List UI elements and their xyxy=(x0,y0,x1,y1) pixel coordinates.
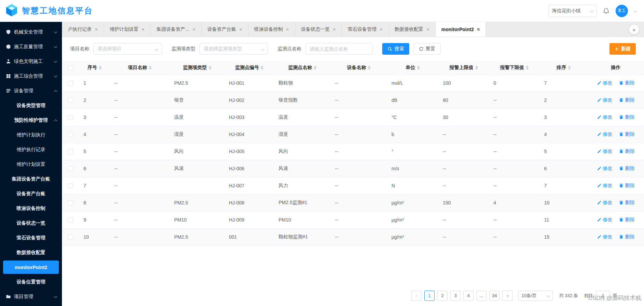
row-checkbox[interactable] xyxy=(68,183,73,188)
tab-集团设备资产...[interactable]: 集团设备资产... × xyxy=(151,22,202,37)
edit-link[interactable]: 修改 xyxy=(597,165,613,172)
jump-page-input[interactable] xyxy=(596,291,610,301)
sidebar-item-设备位置管理[interactable]: 设备位置管理 xyxy=(0,275,62,289)
user-menu-chevron-icon[interactable] xyxy=(634,9,637,13)
sidebar-item-维护计划执行[interactable]: 维护计划执行 xyxy=(0,128,62,142)
tab-close-icon[interactable]: × xyxy=(379,27,383,32)
edit-link[interactable]: 修改 xyxy=(597,148,613,155)
page-button-34[interactable]: 34 xyxy=(489,291,500,301)
tab-设备状态一览[interactable]: 设备状态一览 × xyxy=(295,22,342,37)
row-checkbox[interactable] xyxy=(68,235,73,240)
sort-icon[interactable] xyxy=(314,66,317,70)
row-checkbox[interactable] xyxy=(68,115,73,120)
sidebar-item-mechanical-safety[interactable]: 机械安全管理 xyxy=(0,25,62,39)
sidebar-item-设备类型管理[interactable]: 设备类型管理 xyxy=(0,98,62,113)
sidebar-item-维护计划设置[interactable]: 维护计划设置 xyxy=(0,157,62,172)
tab-close-icon[interactable]: × xyxy=(142,27,145,32)
tab-户执行记录[interactable]: 户执行记录 × xyxy=(62,22,104,37)
type-filter-select[interactable]: 请选择监测项类型 xyxy=(199,43,268,55)
sidebar-item-设备资产台账[interactable]: 设备资产台账 xyxy=(0,186,62,201)
sidebar-item-construction-comprehensive[interactable]: 施工综合管理 xyxy=(0,69,62,83)
delete-link[interactable]: 删除 xyxy=(619,200,634,206)
page-button-2[interactable]: 2 xyxy=(437,291,448,301)
tab-维护计划设置[interactable]: 维护计划设置 × xyxy=(104,22,151,37)
avatar[interactable]: 李工 xyxy=(616,5,628,17)
create-button[interactable]: 新建 xyxy=(609,43,636,55)
tab-close-icon[interactable]: × xyxy=(239,27,242,32)
page-size-select[interactable]: 10条/页 xyxy=(518,291,553,301)
page-button-3[interactable]: 3 xyxy=(450,291,461,301)
cell-seq: 5 xyxy=(79,143,110,160)
reset-button[interactable]: 重置 xyxy=(413,43,441,55)
sort-icon[interactable] xyxy=(526,66,529,70)
sort-icon[interactable] xyxy=(99,66,102,70)
row-checkbox[interactable] xyxy=(68,217,73,223)
delete-link[interactable]: 删除 xyxy=(619,183,634,189)
tab-close-icon[interactable]: × xyxy=(192,27,195,32)
header-project-select[interactable]: 海信花街小镇 xyxy=(548,5,597,17)
delete-link[interactable]: 删除 xyxy=(619,148,634,155)
sort-icon[interactable] xyxy=(568,66,571,70)
sidebar-item-萤石设备管理[interactable]: 萤石设备管理 xyxy=(0,230,62,245)
row-checkbox[interactable] xyxy=(68,149,73,154)
edit-link[interactable]: 修改 xyxy=(597,200,613,206)
tab-monitorPoint2[interactable]: monitorPoint2 × xyxy=(436,22,486,37)
row-checkbox[interactable] xyxy=(68,200,73,205)
sort-icon[interactable] xyxy=(149,66,152,70)
page-button-1[interactable]: 1 xyxy=(424,291,435,301)
project-filter-select[interactable]: 请选择项目 xyxy=(93,43,162,55)
edit-link[interactable]: 修改 xyxy=(597,217,613,223)
tab-设备资产台账[interactable]: 设备资产台账 × xyxy=(202,22,248,37)
sidebar-item-集团设备资产台账[interactable]: 集团设备资产台账 xyxy=(0,172,62,186)
sidebar-item-喷淋设备控制[interactable]: 喷淋设备控制 xyxy=(0,201,62,216)
sort-icon[interactable] xyxy=(261,66,263,70)
sidebar-item-project-management[interactable]: 项目管理 xyxy=(0,289,62,304)
select-all-checkbox[interactable] xyxy=(68,65,73,70)
sort-icon[interactable] xyxy=(417,66,420,70)
monitor-name-input[interactable] xyxy=(306,43,373,55)
tab-close-icon[interactable]: × xyxy=(333,27,336,32)
tab-萤石设备管理[interactable]: 萤石设备管理 × xyxy=(342,22,389,37)
sidebar-item-equipment-management[interactable]: 设备管理 xyxy=(0,83,62,98)
bell-icon[interactable] xyxy=(603,8,609,14)
tab-close-icon[interactable]: × xyxy=(477,27,480,32)
sidebar-item-green-civilization[interactable]: 绿色文明施工 xyxy=(0,54,62,69)
edit-link[interactable]: 修改 xyxy=(597,97,613,103)
next-page-button[interactable]: › xyxy=(502,291,513,301)
tab-喷淋设备控制[interactable]: 喷淋设备控制 × xyxy=(248,22,295,37)
edit-link[interactable]: 修改 xyxy=(597,80,613,86)
delete-link[interactable]: 删除 xyxy=(619,114,634,120)
row-checkbox[interactable] xyxy=(68,81,73,86)
collapse-tabs-button[interactable]: « xyxy=(629,24,639,35)
tab-close-icon[interactable]: × xyxy=(95,27,98,32)
edit-link[interactable]: 修改 xyxy=(597,234,613,240)
tab-close-icon[interactable]: × xyxy=(426,27,429,32)
edit-link[interactable]: 修改 xyxy=(597,183,613,189)
sort-icon[interactable] xyxy=(368,66,371,70)
delete-link[interactable]: 删除 xyxy=(619,234,634,240)
page-button-4[interactable]: 4 xyxy=(463,291,474,301)
delete-link[interactable]: 删除 xyxy=(619,131,634,137)
row-checkbox[interactable] xyxy=(68,166,73,171)
sidebar-item-维护执行记录[interactable]: 维护执行记录 xyxy=(0,142,62,157)
delete-link[interactable]: 删除 xyxy=(619,217,634,223)
sidebar-item-construction-quality[interactable]: 施工质量管理 xyxy=(0,39,62,54)
delete-link[interactable]: 删除 xyxy=(619,80,634,86)
sidebar-item-数据接收配置[interactable]: 数据接收配置 xyxy=(0,245,62,260)
tab-数据接收配置[interactable]: 数据接收配置 × xyxy=(389,22,436,37)
row-checkbox[interactable] xyxy=(68,98,73,103)
delete-link[interactable]: 删除 xyxy=(619,97,634,103)
prev-page-button[interactable]: ‹ xyxy=(411,291,422,301)
edit-link[interactable]: 修改 xyxy=(597,114,613,120)
sort-icon[interactable] xyxy=(475,66,478,70)
edit-link[interactable]: 修改 xyxy=(597,131,613,137)
sort-icon[interactable] xyxy=(209,66,211,70)
sidebar-item-预防性维护管理[interactable]: 预防性维护管理 xyxy=(0,113,62,128)
delete-link[interactable]: 删除 xyxy=(619,165,634,172)
sidebar-item-设备状态一览[interactable]: 设备状态一览 xyxy=(0,216,62,230)
row-checkbox[interactable] xyxy=(68,132,73,137)
search-button[interactable]: 搜索 xyxy=(382,43,409,55)
page-ellipsis[interactable]: ... xyxy=(476,291,487,301)
sidebar-item-monitorPoint2[interactable]: monitorPoint2 xyxy=(3,261,59,274)
tab-close-icon[interactable]: × xyxy=(286,27,289,32)
